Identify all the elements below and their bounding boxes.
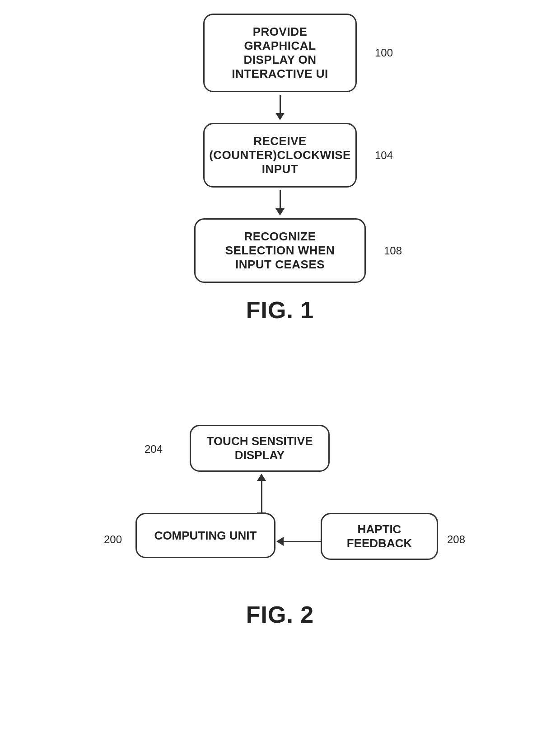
arrow-left-head bbox=[276, 537, 284, 546]
hf-text: HAPTIC FEEDBACK bbox=[336, 522, 423, 550]
cu-text: COMPUTING UNIT bbox=[154, 529, 257, 543]
arrow-head-1 bbox=[275, 113, 285, 120]
ref-104: 104 bbox=[375, 149, 393, 162]
fig2-label: FIG. 2 bbox=[246, 601, 314, 628]
fig2-diagram: TOUCH SENSITIVE DISPLAY 204 COMPUTING UN… bbox=[99, 416, 461, 587]
fig2-section: TOUCH SENSITIVE DISPLAY 204 COMPUTING UN… bbox=[0, 416, 560, 628]
box-104: RECEIVE (COUNTER)CLOCKWISE INPUT bbox=[203, 123, 357, 188]
fig1-label: FIG. 1 bbox=[246, 296, 314, 324]
ref-200: 200 bbox=[104, 533, 122, 546]
arrow-vert-line bbox=[261, 481, 262, 512]
arrow-2 bbox=[275, 190, 285, 216]
arrow-head-2 bbox=[275, 208, 285, 216]
ref-100: 100 bbox=[375, 47, 393, 59]
ref-204: 204 bbox=[145, 443, 163, 456]
box-100: PROVIDE GRAPHICAL DISPLAY ON INTERACTIVE… bbox=[203, 14, 357, 92]
arrow-line-1 bbox=[280, 95, 281, 113]
hf-box: HAPTIC FEEDBACK bbox=[321, 513, 438, 560]
cu-box: COMPUTING UNIT bbox=[135, 513, 275, 558]
box-100-text: PROVIDE GRAPHICAL DISPLAY ON INTERACTIVE… bbox=[223, 25, 337, 81]
arrow-line-2 bbox=[280, 190, 281, 208]
tsd-text: TOUCH SENSITIVE DISPLAY bbox=[205, 434, 315, 462]
box-104-text: RECEIVE (COUNTER)CLOCKWISE INPUT bbox=[209, 134, 351, 176]
page: PROVIDE GRAPHICAL DISPLAY ON INTERACTIVE… bbox=[0, 0, 560, 747]
fig1-section: PROVIDE GRAPHICAL DISPLAY ON INTERACTIVE… bbox=[0, 14, 560, 324]
arrow-up-head bbox=[257, 474, 266, 481]
tsd-box: TOUCH SENSITIVE DISPLAY bbox=[190, 425, 330, 472]
ref-208: 208 bbox=[447, 533, 465, 546]
box-108-text: RECOGNIZE SELECTION WHEN INPUT CEASES bbox=[214, 230, 346, 272]
ref-108: 108 bbox=[384, 244, 402, 257]
box-108: RECOGNIZE SELECTION WHEN INPUT CEASES bbox=[194, 218, 366, 283]
arrow-1 bbox=[275, 95, 285, 120]
